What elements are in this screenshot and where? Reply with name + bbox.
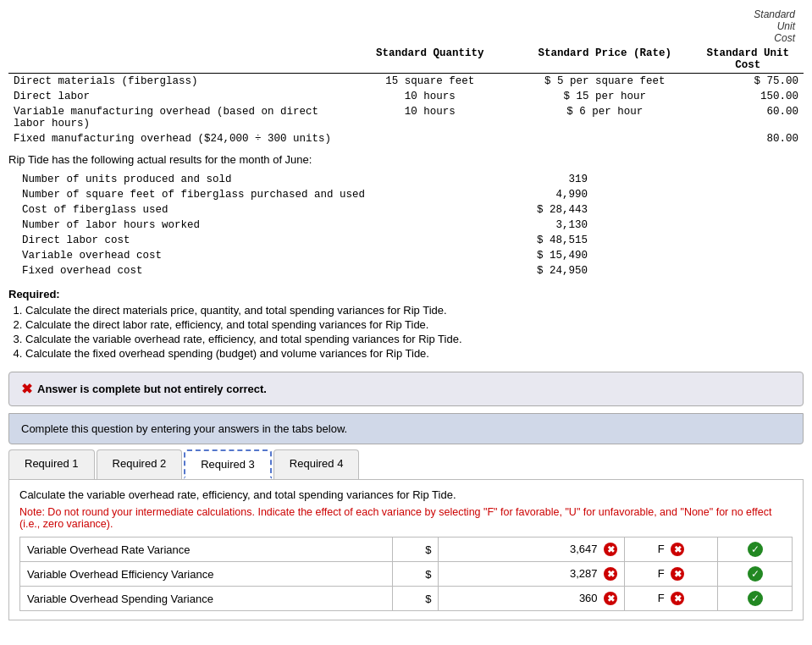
- list-item: Calculate the direct labor rate, efficie…: [25, 318, 804, 331]
- table-row: Direct labor cost $ 48,515: [19, 234, 591, 247]
- variance-amount: 3,287 ✖: [439, 562, 625, 587]
- table-row: Fixed overhead cost $ 24,950: [19, 264, 591, 278]
- variance-amount-value: 3,287: [570, 567, 598, 580]
- actual-results-section: Rip Tide has the following actual result…: [0, 150, 812, 283]
- check-icon: ✓: [748, 542, 763, 557]
- row-qty: 15 square feet: [342, 74, 517, 90]
- row-price: $ 15 per hour: [517, 89, 693, 104]
- row-price: [517, 131, 693, 146]
- row-price: $ 6 per hour: [517, 104, 693, 131]
- error-badge-icon: ✖: [671, 592, 684, 605]
- table-row: Direct materials (fiberglass) 15 square …: [8, 74, 804, 90]
- error-badge-icon: ✖: [671, 543, 684, 556]
- required-section: Required: Calculate the direct materials…: [0, 283, 812, 365]
- row-desc: Direct labor: [8, 89, 342, 104]
- table-row: Variable overhead cost $ 15,490: [19, 249, 591, 262]
- variance-effect[interactable]: F ✖: [625, 562, 718, 587]
- variance-label: Variable Overhead Efficiency Variance: [20, 562, 393, 587]
- actual-label: Number of labor hours worked: [19, 218, 438, 232]
- variance-effect[interactable]: F ✖: [625, 587, 718, 611]
- tab-required-3[interactable]: Required 3: [184, 449, 272, 479]
- table-row: Fixed manufacturing overhead ($24,000 ÷ …: [8, 131, 804, 146]
- table-row: Variable Overhead Efficiency Variance $ …: [20, 562, 793, 587]
- standard-cost-section: StandardUnitCost Standard Quantity Stand…: [0, 0, 812, 150]
- variance-dollar: $: [392, 538, 439, 562]
- tab-note: Note: Do not round your intermediate cal…: [19, 506, 793, 530]
- actual-label: Number of square feet of fiberglass purc…: [19, 188, 438, 201]
- tab-required-1[interactable]: Required 1: [8, 449, 95, 479]
- actual-results-table: Number of units produced and sold 319 Nu…: [17, 171, 593, 279]
- actual-value: $ 48,515: [439, 234, 591, 247]
- variance-amount: 3,647 ✖: [439, 538, 625, 562]
- actual-value: 4,990: [439, 188, 591, 201]
- row-cost: 60.00: [693, 104, 804, 131]
- actual-value: 319: [439, 173, 591, 186]
- variance-amount-value: 360: [579, 592, 598, 604]
- variance-amount: 360 ✖: [439, 587, 625, 611]
- table-row: Number of labor hours worked 3,130: [19, 218, 591, 232]
- tab-required-2[interactable]: Required 2: [97, 449, 183, 479]
- table-row: Number of units produced and sold 319: [19, 173, 591, 186]
- answer-banner-text: Answer is complete but not entirely corr…: [37, 383, 267, 395]
- row-qty: [342, 131, 517, 146]
- error-badge-icon: ✖: [604, 592, 617, 605]
- variance-table: Variable Overhead Rate Variance $ 3,647 …: [19, 537, 793, 611]
- variance-dollar: $: [392, 587, 439, 611]
- row-desc: Fixed manufacturing overhead ($24,000 ÷ …: [8, 131, 342, 146]
- variance-effect-value: F: [658, 543, 665, 555]
- table-row: Variable Overhead Spending Variance $ 36…: [20, 587, 793, 611]
- tabs-container: Required 1 Required 2 Required 3 Require…: [8, 449, 804, 479]
- actual-value: 3,130: [439, 218, 591, 232]
- actual-value: $ 24,950: [439, 264, 591, 278]
- required-title: Required:: [8, 288, 804, 300]
- check-cell: ✓: [718, 587, 793, 611]
- list-item: Calculate the variable overhead rate, ef…: [25, 333, 804, 345]
- standard-cost-table: Standard Quantity Standard Price (Rate) …: [8, 46, 804, 146]
- check-icon: ✓: [748, 591, 763, 606]
- variance-effect-value: F: [658, 567, 665, 580]
- check-icon: ✓: [748, 566, 763, 582]
- col-header-qty: Standard Quantity: [342, 46, 517, 74]
- table-row: Variable manufacturing overhead (based o…: [8, 104, 804, 131]
- error-badge-icon: ✖: [671, 567, 684, 581]
- tab-content-required-3: Calculate the variable overhead rate, ef…: [8, 479, 804, 620]
- table-row: Number of square feet of fiberglass purc…: [19, 188, 591, 201]
- actual-label: Direct labor cost: [19, 234, 438, 247]
- variance-label: Variable Overhead Spending Variance: [20, 587, 393, 611]
- list-item: Calculate the direct materials price, qu…: [25, 304, 804, 317]
- standard-unit-cost-header: StandardUnitCost: [8, 7, 804, 46]
- check-cell: ✓: [718, 562, 793, 587]
- tab-required-4[interactable]: Required 4: [273, 449, 360, 479]
- error-icon: ✖: [21, 381, 32, 397]
- actual-value: $ 15,490: [439, 249, 591, 262]
- row-qty: 10 hours: [342, 104, 517, 131]
- actual-label: Cost of fiberglass used: [19, 203, 438, 217]
- actual-label: Variable overhead cost: [19, 249, 438, 262]
- error-badge-icon: ✖: [604, 567, 617, 581]
- row-cost: 80.00: [693, 131, 804, 146]
- error-badge-icon: ✖: [604, 543, 617, 556]
- row-cost: $ 75.00: [693, 74, 804, 90]
- required-list: Calculate the direct materials price, qu…: [25, 304, 804, 360]
- list-item: Calculate the fixed overhead spending (b…: [25, 347, 804, 360]
- check-cell: ✓: [718, 538, 793, 562]
- answer-banner: ✖ Answer is complete but not entirely co…: [8, 372, 804, 406]
- col-header-price: Standard Price (Rate): [517, 46, 693, 74]
- tab-instruction: Calculate the variable overhead rate, ef…: [19, 488, 793, 501]
- row-desc: Variable manufacturing overhead (based o…: [8, 104, 342, 131]
- variance-amount-value: 3,647: [570, 543, 598, 555]
- row-qty: 10 hours: [342, 89, 517, 104]
- actual-value: $ 28,443: [439, 203, 591, 217]
- table-row: Cost of fiberglass used $ 28,443: [19, 203, 591, 217]
- actual-intro: Rip Tide has the following actual result…: [8, 153, 804, 166]
- complete-banner: Complete this question by entering your …: [8, 413, 804, 444]
- row-desc: Direct materials (fiberglass): [8, 74, 342, 90]
- variance-dollar: $: [392, 562, 439, 587]
- col-header-cost: Standard Unit Cost: [693, 46, 804, 74]
- actual-label: Number of units produced and sold: [19, 173, 438, 186]
- variance-effect-value: F: [658, 592, 665, 604]
- row-price: $ 5 per square feet: [517, 74, 693, 90]
- table-row: Variable Overhead Rate Variance $ 3,647 …: [20, 538, 793, 562]
- row-cost: 150.00: [693, 89, 804, 104]
- variance-effect[interactable]: F ✖: [625, 538, 718, 562]
